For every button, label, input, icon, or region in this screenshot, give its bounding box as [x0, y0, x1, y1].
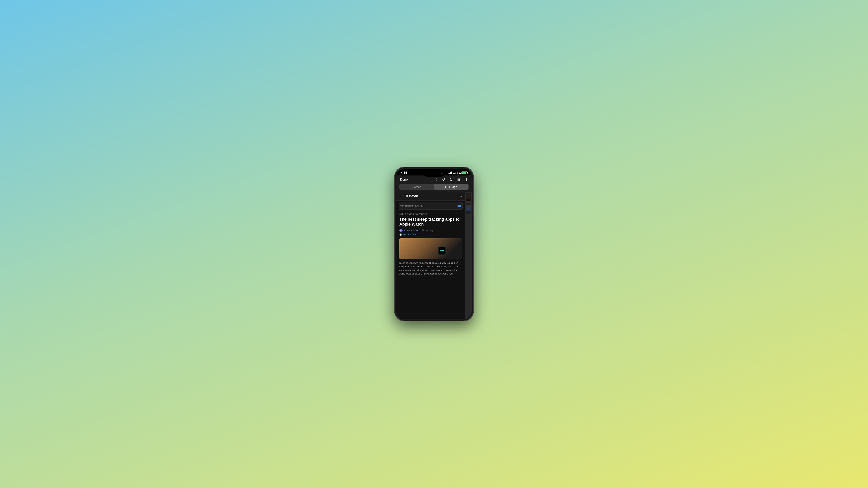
toolbar-icons: ⊹ ↺ ↻ 🗑 ⬆	[435, 177, 468, 182]
site-logo-area: ☰ 9TO5Mac ▾	[399, 194, 421, 198]
watch-dot-blue	[440, 250, 442, 251]
author-name[interactable]: Chance Miller	[404, 229, 418, 232]
battery-outline	[462, 171, 467, 174]
power-button	[473, 203, 474, 218]
screen-tab[interactable]: Screen	[400, 184, 434, 190]
page-preview-sidebar	[465, 192, 472, 319]
watch-screen	[439, 248, 445, 254]
hamburger-icon[interactable]: ☰	[399, 194, 402, 198]
site-logo: 9TO5Mac	[403, 194, 418, 198]
segment-inner: Screen Full Page	[399, 184, 469, 190]
ad-text: Why selecting your next...	[400, 205, 424, 207]
article-meta: C Chance Miller | 41 mins ago	[399, 229, 462, 232]
preview-thumb-next[interactable]	[466, 202, 471, 214]
rotate-left-icon[interactable]: ↺	[442, 177, 445, 182]
battery-percentage: 28	[459, 172, 461, 174]
phone-screen: 4:15 WiFi 28	[396, 169, 472, 319]
preview-thumb-content	[466, 193, 471, 201]
ad-banner: Why selecting your next... Ad	[399, 202, 463, 209]
article-categories: APPLE WATCH WATCHOS 7	[399, 213, 462, 216]
phone-mockup: 4:15 WiFi 28	[395, 167, 473, 321]
ad-badge: Ad	[458, 205, 461, 207]
author-avatar: C	[399, 229, 403, 232]
battery-indicator: 28	[459, 171, 467, 174]
done-button[interactable]: Done	[400, 178, 408, 182]
comments-link[interactable]: 0 Comments	[403, 233, 416, 236]
view-mode-segment: Screen Full Page	[396, 184, 472, 192]
status-icons: WiFi 28	[448, 171, 467, 174]
apple-watch-overlay	[438, 247, 446, 255]
article-section: APPLE WATCH WATCHOS 7 The best sleep tra…	[396, 211, 465, 278]
share-icon[interactable]: ⬆	[465, 177, 468, 182]
crop-icon[interactable]: ⊹	[435, 177, 438, 182]
dropdown-arrow[interactable]: ▾	[419, 195, 421, 197]
screenshot-toolbar: Done ⊹ ↺ ↻ 🗑 ⬆	[396, 175, 472, 184]
wifi-icon: WiFi	[453, 171, 458, 174]
status-bar: 4:15 WiFi 28	[396, 169, 472, 175]
article-body: Sleep tracking with Apple Watch is a gre…	[399, 261, 462, 276]
rotate-right-icon[interactable]: ↻	[450, 177, 453, 182]
camera-dot	[441, 173, 442, 174]
time-ago: 41 mins ago	[422, 229, 434, 232]
main-content: ☰ 9TO5Mac ▾ ⌕ Why selecting your next...…	[396, 192, 465, 319]
phone-frame: 4:15 WiFi 28	[395, 167, 473, 321]
preview-thumb-current[interactable]	[466, 193, 471, 201]
category-apple-watch[interactable]: APPLE WATCH	[399, 213, 414, 216]
category-watchos[interactable]: WATCHOS 7	[415, 213, 427, 216]
watch-dot-teal	[442, 250, 444, 251]
status-time: 4:15	[401, 171, 407, 175]
article-image	[399, 238, 462, 259]
comments-row: 💬 0 Comments	[399, 233, 462, 236]
dynamic-island	[424, 170, 444, 176]
comments-icon: 💬	[399, 233, 402, 236]
preview-thumb-2-content	[466, 203, 471, 214]
signal-icon	[448, 172, 452, 174]
content-area: ☰ 9TO5Mac ▾ ⌕ Why selecting your next...…	[396, 192, 472, 319]
site-header: ☰ 9TO5Mac ▾ ⌕	[396, 192, 465, 200]
battery-fill	[462, 172, 466, 174]
full-page-tab[interactable]: Full Page	[434, 184, 468, 190]
article-time: |	[420, 229, 420, 232]
article-title: The best sleep tracking apps for Apple W…	[399, 217, 462, 227]
delete-icon[interactable]: 🗑	[457, 177, 461, 182]
search-icon[interactable]: ⌕	[460, 194, 462, 198]
